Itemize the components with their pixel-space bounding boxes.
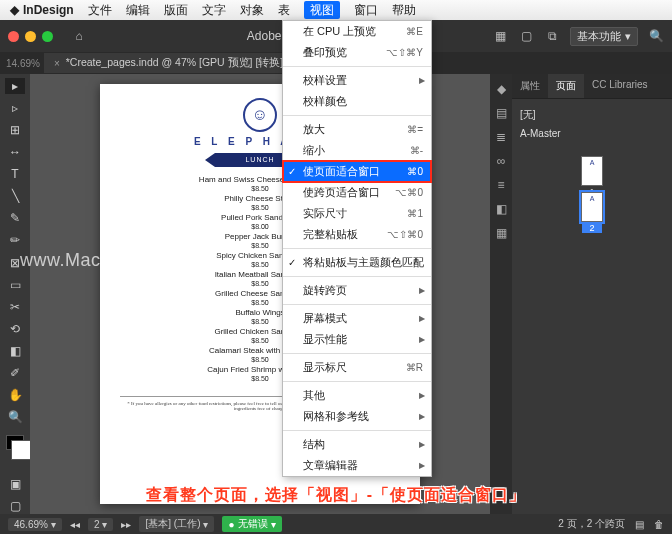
gap-tool-icon[interactable]: ↔ [5, 144, 25, 160]
page-thumbnail[interactable]: A1 [581, 156, 603, 186]
menu-文件[interactable]: 文件 [88, 3, 112, 17]
menu-item[interactable]: 文章编辑器 [283, 455, 431, 476]
zoom-level[interactable]: 46.69% ▾ [8, 518, 62, 531]
window-controls [8, 31, 53, 42]
chevron-down-icon: ▾ [203, 519, 208, 530]
panel-tabs: 属性页面CC Libraries [512, 74, 672, 99]
search-icon[interactable]: 🔍 [648, 28, 664, 44]
menu-表[interactable]: 表 [278, 3, 290, 17]
panel-swatches-icon[interactable]: ▦ [496, 226, 507, 240]
zoom-tool-icon[interactable]: 🔍 [5, 409, 25, 425]
menu-item[interactable]: 其他 [283, 385, 431, 406]
rectangle-tool-icon[interactable]: ▭ [5, 277, 25, 293]
preflight-status[interactable]: ● 无错误 ▾ [222, 516, 281, 532]
pencil-tool-icon[interactable]: ✏ [5, 232, 25, 248]
master-page-item[interactable]: [无] [520, 105, 664, 125]
pen-tool-icon[interactable]: ✎ [5, 210, 25, 226]
gradient-tool-icon[interactable]: ◧ [5, 343, 25, 359]
menu-item[interactable]: 叠印预览⌥⇧⌘Y [283, 42, 431, 63]
status-bar: 46.69% ▾ ◂◂ 2 ▾ ▸▸ [基本] (工作) ▾ ● 无错误 ▾ 2… [0, 514, 672, 534]
master-page-item[interactable]: A-Master [520, 125, 664, 142]
scissors-tool-icon[interactable]: ✂ [5, 299, 25, 315]
menu-item[interactable]: 完整粘贴板⌥⇧⌘0 [283, 224, 431, 245]
right-panels: ◆ ▤ ≣ ∞ ≡ ◧ ▦ 属性页面CC Libraries [无]A-Mast… [490, 74, 672, 514]
nav-next-icon[interactable]: ▸▸ [121, 519, 131, 530]
nav-prev-icon[interactable]: ◂◂ [70, 519, 80, 530]
type-tool-icon[interactable]: T [5, 166, 25, 182]
chevron-down-icon: ▾ [271, 519, 276, 530]
panel-tab[interactable]: CC Libraries [584, 74, 656, 98]
panel-icon-column: ◆ ▤ ≣ ∞ ≡ ◧ ▦ [490, 74, 512, 514]
hand-tool-icon[interactable]: ✋ [5, 387, 25, 403]
master-list: [无]A-Master [512, 99, 672, 148]
menu-item[interactable]: 缩小⌘- [283, 140, 431, 161]
panel-pages-icon[interactable]: ▤ [496, 106, 507, 120]
tab-zoom: 14.69% [6, 58, 40, 69]
mac-menubar: ◆InDesign 文件编辑版面文字对象表视图窗口帮助 [0, 0, 672, 20]
selection-tool-icon[interactable]: ▸ [5, 78, 25, 94]
menu-窗口[interactable]: 窗口 [354, 3, 378, 17]
menu-item[interactable]: 显示标尺⌘R [283, 357, 431, 378]
gpu-icon[interactable]: ▢ [518, 28, 534, 44]
menu-item[interactable]: 显示性能 [283, 329, 431, 350]
page-number[interactable]: 2 ▾ [88, 518, 114, 531]
menu-视图[interactable]: 视图 [304, 1, 340, 19]
page-thumbnail[interactable]: A2 [581, 192, 603, 222]
spread-info: 2 页，2 个跨页 [558, 517, 625, 531]
panel-tab[interactable]: 属性 [512, 74, 548, 98]
menu-item[interactable]: 使跨页适合窗口⌥⌘0 [283, 182, 431, 203]
chevron-down-icon: ▾ [625, 30, 631, 43]
document-tab[interactable]: × *Create_pages.indd @ 47% [GPU 预览] [转换] [44, 53, 293, 73]
workspace-mode[interactable]: [基本] (工作) ▾ [139, 516, 214, 532]
workspace-selector[interactable]: 基本功能▾ [570, 27, 638, 46]
fill-stroke-swatch[interactable] [6, 435, 24, 450]
menu-文字[interactable]: 文字 [202, 3, 226, 17]
tutorial-caption: 查看整个页面，选择「视图」-「使页面适合窗口」 [0, 485, 672, 506]
bridge-icon[interactable]: ▦ [492, 28, 508, 44]
app-menu[interactable]: ◆InDesign [10, 3, 74, 17]
arrange-icon[interactable]: ⧉ [544, 28, 560, 44]
close-tab-icon[interactable]: × [54, 58, 60, 69]
menu-编辑[interactable]: 编辑 [126, 3, 150, 17]
panel-tab[interactable]: 页面 [548, 74, 584, 98]
page-thumbnails: A1A2 [512, 156, 672, 222]
panel-cc-icon[interactable]: ◆ [497, 82, 506, 96]
panel-layers-icon[interactable]: ≣ [496, 130, 506, 144]
view-menu-dropdown: 在 CPU 上预览⌘E叠印预览⌥⇧⌘Y校样设置校样颜色放大⌘=缩小⌘-✓使页面适… [282, 20, 432, 477]
menu-对象[interactable]: 对象 [240, 3, 264, 17]
page-tool-icon[interactable]: ⊞ [5, 122, 25, 138]
transform-tool-icon[interactable]: ⟲ [5, 321, 25, 337]
menu-item[interactable]: 校样颜色 [283, 91, 431, 112]
menu-帮助[interactable]: 帮助 [392, 3, 416, 17]
home-icon[interactable]: ⌂ [71, 28, 87, 44]
menu-item[interactable]: 旋转跨页 [283, 280, 431, 301]
trash-icon[interactable]: 🗑 [654, 519, 664, 530]
menu-item[interactable]: ✓将粘贴板与主题颜色匹配 [283, 252, 431, 273]
minimize-window-icon[interactable] [25, 31, 36, 42]
rectangle-frame-tool-icon[interactable]: ⊠ [5, 255, 25, 271]
panel-color-icon[interactable]: ◧ [496, 202, 507, 216]
menu-item[interactable]: 校样设置 [283, 70, 431, 91]
app-logo-icon: ◆ [10, 3, 19, 17]
menu-item[interactable]: 放大⌘= [283, 119, 431, 140]
panel-links-icon[interactable]: ∞ [497, 154, 506, 168]
close-window-icon[interactable] [8, 31, 19, 42]
menu-item[interactable]: 网格和参考线 [283, 406, 431, 427]
menu-item[interactable]: 结构 [283, 434, 431, 455]
menu-item[interactable]: 实际尺寸⌘1 [283, 203, 431, 224]
menu-item[interactable]: ✓使页面适合窗口⌘0 [283, 161, 431, 182]
panel-stroke-icon[interactable]: ≡ [497, 178, 504, 192]
menu-item[interactable]: 屏幕模式 [283, 308, 431, 329]
eyedropper-tool-icon[interactable]: ✐ [5, 365, 25, 381]
direct-selection-tool-icon[interactable]: ▹ [5, 100, 25, 116]
document-tab-label: *Create_pages.indd @ 47% [GPU 预览] [转换] [66, 56, 284, 70]
chevron-down-icon: ▾ [102, 519, 107, 530]
menu-版面[interactable]: 版面 [164, 3, 188, 17]
status-menu-icon[interactable]: ▤ [635, 519, 644, 530]
brand-logo-icon: ☺ [243, 98, 277, 132]
maximize-window-icon[interactable] [42, 31, 53, 42]
left-toolbar: ▸ ▹ ⊞ ↔ T ╲ ✎ ✏ ⊠ ▭ ✂ ⟲ ◧ ✐ ✋ 🔍 ▣ ▢ [0, 74, 30, 514]
menu-item[interactable]: 在 CPU 上预览⌘E [283, 21, 431, 42]
line-tool-icon[interactable]: ╲ [5, 188, 25, 204]
chevron-down-icon: ▾ [51, 519, 56, 530]
